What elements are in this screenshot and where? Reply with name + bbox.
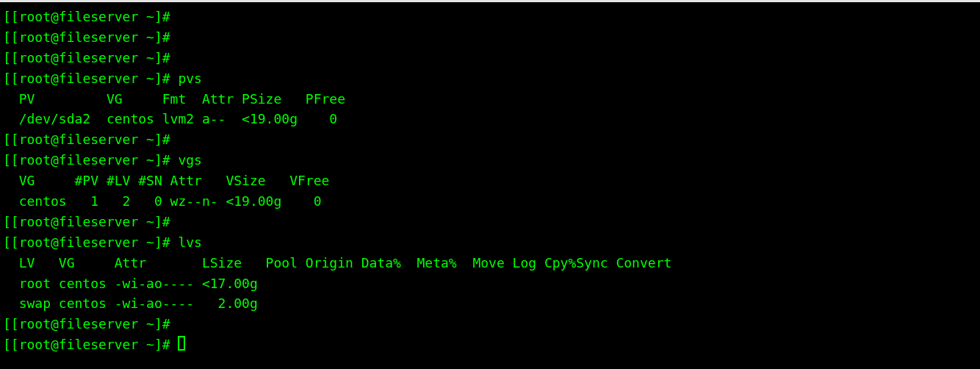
lvs-row: swap centos -wi-ao---- 2.00g [3,293,980,314]
prompt-line-active[interactable]: [[root@fileserver ~]# [3,334,980,355]
command-text: vgs [178,152,202,168]
command-line-pvs: [[root@fileserver ~]# pvs [3,68,980,89]
prompt-line: [[root@fileserver ~]# [3,212,980,232]
cursor[interactable] [178,336,185,351]
pvs-row: /dev/sda2 centos lvm2 a-- <19.00g 0 [3,109,980,129]
prompt-line: [[root@fileserver ~]# [3,27,980,48]
prompt-line: [[root@fileserver ~]# [3,129,980,150]
vgs-row: centos 1 2 0 wz--n- <19.00g 0 [3,191,980,212]
prompt-line: [[root@fileserver ~]# [3,7,980,27]
command-line-lvs: [[root@fileserver ~]# lvs [3,232,980,253]
command-text: lvs [178,234,202,250]
pvs-header: PV VG Fmt Attr PSize PFree [3,89,980,110]
prompt-line: [[root@fileserver ~]# [3,48,980,68]
command-text: pvs [178,71,202,86]
command-line-vgs: [[root@fileserver ~]# vgs [3,150,980,171]
prompt-line: [[root@fileserver ~]# [3,314,980,334]
lvs-row: root centos -wi-ao---- <17.00g [3,273,980,294]
lvs-header: LV VG Attr LSize Pool Origin Data% Meta%… [3,253,980,273]
vgs-header: VG #PV #LV #SN Attr VSize VFree [3,171,980,191]
